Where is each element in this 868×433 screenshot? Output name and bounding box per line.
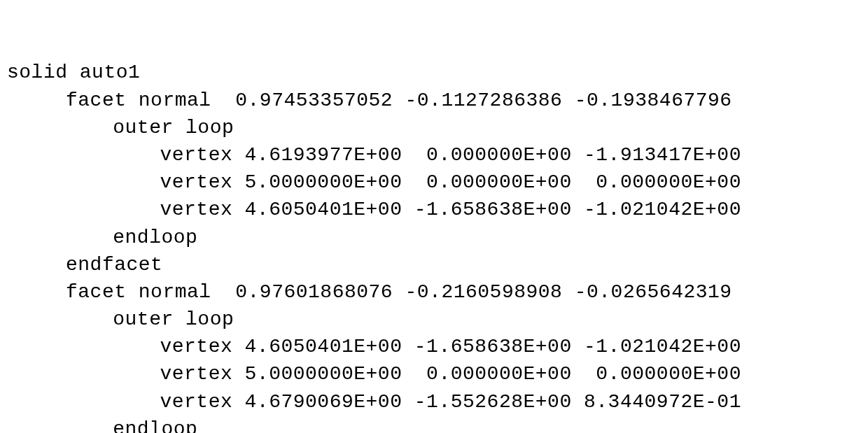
outer-loop-label: outer loop bbox=[7, 306, 861, 333]
endfacet-label: endfacet bbox=[7, 251, 861, 278]
vertex-line: vertex 4.6790069E+00 -1.552628E+00 8.344… bbox=[7, 388, 861, 416]
vertex-line: vertex 4.6050401E+00 -1.658638E+00 -1.02… bbox=[7, 196, 861, 223]
endloop-label: endloop bbox=[7, 416, 861, 433]
vertex-line: vertex 5.0000000E+00 0.000000E+00 0.0000… bbox=[7, 169, 861, 196]
outer-loop-label: outer loop bbox=[7, 114, 861, 141]
facet-normal-line: facet normal 0.97453357052 -0.1127286386… bbox=[7, 87, 861, 114]
vertex-line: vertex 5.0000000E+00 0.000000E+00 0.0000… bbox=[7, 360, 861, 388]
endloop-label: endloop bbox=[7, 224, 861, 251]
facet-normal-line: facet normal 0.97601868076 -0.2160598908… bbox=[7, 278, 861, 306]
stl-header: solid auto1 bbox=[7, 59, 861, 86]
vertex-line: vertex 4.6193977E+00 0.000000E+00 -1.913… bbox=[7, 141, 861, 169]
vertex-line: vertex 4.6050401E+00 -1.658638E+00 -1.02… bbox=[7, 333, 861, 360]
